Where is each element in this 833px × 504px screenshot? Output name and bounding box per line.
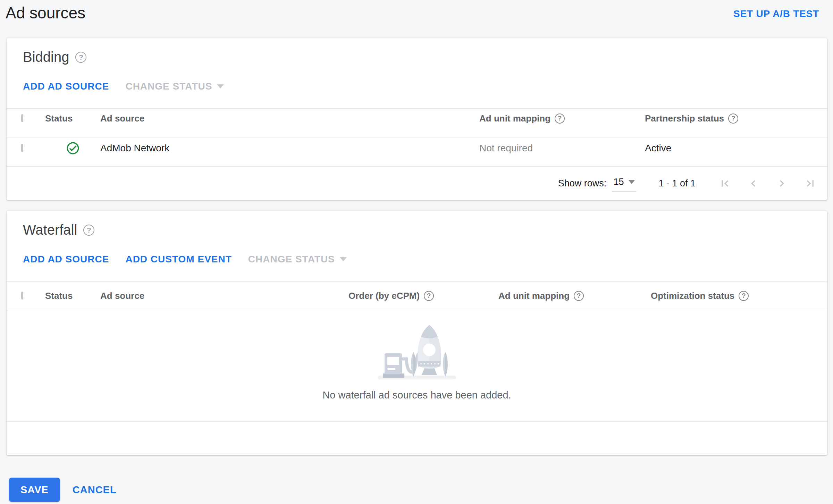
waterfall-col-optimization-status: Optimization status — [651, 291, 734, 301]
partnership-status-value: Active — [645, 143, 827, 154]
waterfall-empty-state: No waterfall ad sources have been added. — [7, 310, 827, 421]
bidding-col-ad-source: Ad source — [100, 113, 479, 124]
bidding-pagination: Show rows: 15 1 - 1 of 1 — [7, 167, 827, 200]
rows-per-page-value: 15 — [613, 177, 624, 187]
bidding-add-ad-source-button[interactable]: ADD AD SOURCE — [23, 81, 109, 92]
bidding-col-partnership-status: Partnership status — [645, 113, 724, 124]
waterfall-col-ad-source: Ad source — [100, 291, 348, 301]
waterfall-change-status-button[interactable]: CHANGE STATUS — [248, 254, 347, 265]
chevron-down-icon — [217, 84, 224, 89]
waterfall-empty-message: No waterfall ad sources have been added. — [322, 389, 511, 401]
setup-ab-test-button[interactable]: SET UP A/B TEST — [733, 8, 819, 19]
page-title: Ad sources — [6, 3, 85, 22]
order-ecpm-help-icon[interactable]: ? — [424, 291, 434, 301]
pagination-range: 1 - 1 of 1 — [658, 178, 696, 189]
waterfall-select-all-checkbox[interactable] — [21, 292, 23, 300]
waterfall-add-ad-source-button[interactable]: ADD AD SOURCE — [23, 254, 109, 265]
last-page-button[interactable] — [804, 177, 817, 190]
waterfall-card: Waterfall ? ADD AD SOURCE ADD CUSTOM EVE… — [7, 211, 827, 455]
first-page-button[interactable] — [718, 177, 731, 190]
ad-unit-mapping-help-icon[interactable]: ? — [574, 291, 584, 301]
waterfall-col-ad-unit-mapping: Ad unit mapping — [498, 291, 570, 301]
bidding-card: Bidding ? ADD AD SOURCE CHANGE STATUS St… — [7, 38, 827, 200]
waterfall-table: Status Ad source Order (by eCPM) ? Ad un… — [7, 281, 827, 455]
bidding-section-title: Bidding — [23, 49, 69, 65]
waterfall-help-icon[interactable]: ? — [83, 225, 94, 236]
waterfall-table-header-row: Status Ad source Order (by eCPM) ? Ad un… — [7, 282, 827, 310]
page-header: Ad sources SET UP A/B TEST — [0, 0, 833, 38]
waterfall-footer-strip — [7, 421, 827, 455]
waterfall-col-order: Order (by eCPM) — [348, 291, 420, 301]
next-page-button[interactable] — [775, 177, 788, 190]
bidding-help-icon[interactable]: ? — [75, 52, 86, 63]
first-page-icon — [718, 177, 731, 190]
cancel-button[interactable]: CANCEL — [73, 484, 117, 496]
chevron-down-icon — [340, 257, 347, 261]
ad-unit-mapping-help-icon[interactable]: ? — [555, 114, 565, 124]
ad-source-name: AdMob Network — [100, 143, 479, 154]
bidding-change-status-label: CHANGE STATUS — [125, 81, 212, 92]
bidding-row-checkbox[interactable] — [21, 144, 23, 152]
waterfall-add-custom-event-button[interactable]: ADD CUSTOM EVENT — [125, 254, 232, 265]
rocket-fuel-illustration — [377, 323, 456, 381]
ad-unit-mapping-value: Not required — [479, 143, 645, 154]
waterfall-col-status: Status — [45, 291, 100, 301]
chevron-left-icon — [747, 177, 760, 190]
chevron-right-icon — [775, 177, 788, 190]
partnership-status-help-icon[interactable]: ? — [728, 114, 738, 124]
waterfall-change-status-label: CHANGE STATUS — [248, 254, 335, 265]
bidding-col-status: Status — [45, 113, 100, 124]
optimization-status-help-icon[interactable]: ? — [739, 291, 749, 301]
save-button[interactable]: SAVE — [9, 478, 60, 502]
previous-page-button[interactable] — [747, 177, 760, 190]
waterfall-section-title: Waterfall — [23, 222, 77, 238]
footer-actions: SAVE CANCEL — [9, 478, 833, 502]
show-rows-label: Show rows: — [558, 178, 607, 189]
chevron-down-icon — [629, 180, 635, 184]
bidding-col-ad-unit-mapping: Ad unit mapping — [479, 113, 550, 124]
bidding-select-all-checkbox[interactable] — [21, 114, 23, 122]
rows-per-page-select[interactable]: 15 — [612, 175, 636, 192]
bidding-table-header-row: Status Ad source Ad unit mapping ? Partn… — [7, 109, 827, 137]
status-active-check-icon — [66, 141, 80, 156]
bidding-table: Status Ad source Ad unit mapping ? Partn… — [7, 108, 827, 200]
bidding-table-row-admob[interactable]: AdMob Network Not required Active — [7, 137, 827, 167]
bidding-change-status-button[interactable]: CHANGE STATUS — [125, 81, 224, 92]
last-page-icon — [804, 177, 817, 190]
